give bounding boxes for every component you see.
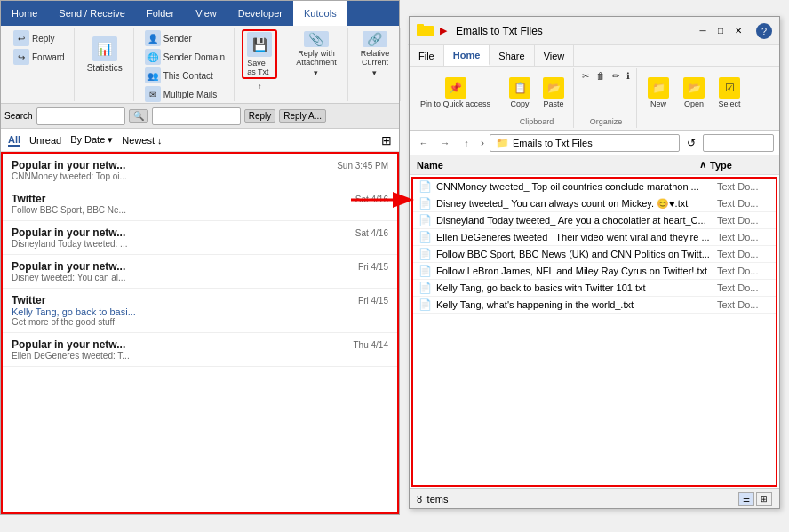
delete-button[interactable]: 🗑 — [594, 70, 608, 82]
file-doc-icon-0: 📄 — [418, 180, 433, 193]
filter-unread[interactable]: Unread — [29, 135, 61, 146]
file-type-4: Text Do... — [717, 249, 770, 259]
file-doc-icon-3: 📄 — [418, 231, 433, 243]
statistics-button[interactable]: 📊 Statistics — [82, 29, 128, 79]
move-to-button[interactable]: ✂ — [579, 70, 592, 82]
email-item-5[interactable]: Popular in your netw... Thu 4/14 Ellen D… — [3, 333, 397, 367]
email-sender-3: Popular in your netw... — [12, 260, 125, 273]
file-item-1[interactable]: 📄 Disney tweeted_ You can always count o… — [413, 195, 776, 212]
tab-kutools[interactable]: Kutools — [293, 1, 347, 26]
email-preview-2: Disneyland Today tweeted: ... — [12, 239, 388, 249]
forward-icon: ↪ — [13, 49, 29, 65]
email-date-2: Sat 4/16 — [355, 228, 388, 238]
view-large-icons-button[interactable]: ⊞ — [756, 492, 772, 506]
close-button[interactable]: ✕ — [731, 25, 745, 37]
email-preview-3: Disney tweeted: You can al... — [12, 273, 388, 282]
email-sender-5: Popular in your netw... — [12, 338, 125, 351]
up-button[interactable]: ↑ — [458, 134, 475, 152]
file-name-0: CNNMoney tweeted_ Top oil countries conc… — [436, 181, 713, 192]
save-txt-icon: 💾 — [247, 32, 272, 57]
statistics-group: 📊 Statistics — [76, 28, 134, 101]
tab-folder[interactable]: Folder — [136, 1, 185, 26]
file-item-3[interactable]: 📄 Ellen DeGeneres tweeted_ Their video w… — [413, 229, 776, 246]
file-item-2[interactable]: 📄 Disneyland Today tweeted_ Are you a ch… — [413, 212, 776, 229]
filter-expand-icon[interactable]: ⊞ — [381, 133, 392, 147]
relative-current-button[interactable]: 🔗 Relative Current ▾ — [355, 29, 395, 79]
contact-icon: 👥 — [145, 67, 161, 83]
search-mailbox-input[interactable] — [36, 107, 125, 125]
filter-by-date[interactable]: By Date ▾ — [70, 134, 113, 146]
exp-ribbon-tabs: File Home Share View — [410, 45, 779, 67]
title-folder-icon — [417, 22, 434, 40]
search-label: Search — [4, 111, 33, 121]
pin-quick-access-button[interactable]: 📌 Pin to Quick access — [417, 70, 494, 115]
file-list: 📄 CNNMoney tweeted_ Top oil countries co… — [411, 177, 777, 487]
file-item-5[interactable]: 📄 Follow LeBron James, NFL and Miley Ray… — [413, 263, 776, 280]
filter-all[interactable]: All — [8, 134, 20, 147]
col-name-header[interactable]: Name — [417, 160, 699, 171]
refresh-button[interactable]: ↺ — [683, 135, 699, 151]
email-item-3[interactable]: Popular in your netw... Fri 4/15 Disney … — [3, 255, 397, 289]
file-name-4: Follow BBC Sport, BBC News (UK) and CNN … — [436, 249, 713, 259]
forward-button[interactable]: → — [436, 134, 454, 152]
this-contact-button[interactable]: 👥 This Contact — [141, 67, 228, 84]
exp-tab-view[interactable]: View — [535, 45, 575, 66]
reply-button[interactable]: ↩ Reply — [10, 29, 68, 47]
email-item-4[interactable]: Twitter Fri 4/15 Kelly Tang, go back to … — [3, 289, 397, 333]
statistics-icon: 📊 — [92, 36, 117, 61]
email-sender-2: Popular in your netw... — [12, 226, 125, 239]
back-button[interactable]: ← — [415, 134, 433, 152]
new-open-buttons: 📁 New 📂 Open ☑ Select — [642, 70, 745, 115]
tab-view[interactable]: View — [185, 1, 227, 26]
maximize-button[interactable]: □ — [713, 25, 728, 37]
file-doc-icon-6: 📄 — [418, 282, 433, 294]
search-current-input[interactable] — [152, 107, 241, 125]
address-path[interactable]: 📁 Emails to Txt Files — [490, 134, 680, 152]
view-details-button[interactable]: ☰ — [738, 492, 754, 506]
select-button[interactable]: ☑ Select — [713, 70, 745, 115]
tab-home[interactable]: Home — [1, 1, 48, 26]
rename-button[interactable]: ✏ — [610, 70, 622, 82]
file-item-0[interactable]: 📄 CNNMoney tweeted_ Top oil countries co… — [413, 179, 776, 195]
sender-button[interactable]: 👤 Sender — [141, 29, 228, 47]
open-button[interactable]: 📂 Open — [678, 70, 710, 115]
email-item-1[interactable]: Twitter Sat 4/16 Follow BBC Sport, BBC N… — [3, 187, 397, 221]
copy-button[interactable]: 📋 Copy — [504, 70, 536, 115]
file-item-7[interactable]: 📄 Kelly Tang, what's happening in the wo… — [413, 297, 776, 314]
organize-label: Organize — [590, 117, 623, 126]
reply-attachment-button[interactable]: 📎 Reply with Attachment ▾ — [291, 29, 342, 79]
pin-icon: 📌 — [445, 77, 466, 99]
new-folder-button[interactable]: 📁 New — [642, 70, 674, 115]
email-preview-5: Ellen DeGeneres tweeted: T... — [12, 351, 388, 361]
paste-button[interactable]: 📂 Paste — [538, 70, 570, 115]
col-type-header: Type — [710, 160, 772, 171]
exp-tab-file[interactable]: File — [410, 45, 444, 66]
reply-nav-button[interactable]: Reply — [244, 109, 276, 123]
sender-domain-button[interactable]: 🌐 Sender Domain — [141, 48, 228, 66]
file-list-header: Name ∧ Type — [410, 155, 779, 175]
file-item-6[interactable]: 📄 Kelly Tang, go back to basics with Twi… — [413, 280, 776, 297]
reply-all-nav-button[interactable]: Reply A... — [279, 109, 326, 123]
exp-tab-home[interactable]: Home — [444, 45, 490, 66]
reply-attachment-group: 📎 Reply with Attachment ▾ — [285, 28, 348, 101]
email-item-0[interactable]: Popular in your netw... Sun 3:45 PM CNNM… — [3, 154, 397, 187]
organize-buttons: ✂ 🗑 ✏ ℹ — [579, 70, 633, 82]
tab-send-receive[interactable]: Send / Receive — [48, 1, 136, 26]
forward-button[interactable]: ↪ Forward — [10, 48, 68, 66]
exp-tab-share[interactable]: Share — [490, 45, 534, 66]
filter-newest[interactable]: Newest ↓ — [122, 135, 162, 146]
search-explorer-input[interactable] — [703, 134, 774, 152]
filter-bar: All Unread By Date ▾ Newest ↓ ⊞ — [1, 129, 399, 152]
email-item-2[interactable]: Popular in your netw... Sat 4/16 Disneyl… — [3, 221, 397, 255]
help-button[interactable]: ? — [756, 23, 772, 39]
minimize-button[interactable]: ─ — [696, 25, 710, 37]
search-mailbox-button[interactable]: 🔍 — [129, 109, 148, 123]
tab-developer[interactable]: Developer — [227, 1, 293, 26]
file-type-7: Text Do... — [717, 299, 770, 310]
save-as-txt-button[interactable]: 💾 Save as Txt — [242, 29, 277, 79]
address-bar: ← → ↑ › 📁 Emails to Txt Files ↺ — [410, 131, 779, 155]
exp-ribbon-bar: 📌 Pin to Quick access 📋 Copy 📂 Paste Cli… — [410, 67, 779, 131]
file-item-4[interactable]: 📄 Follow BBC Sport, BBC News (UK) and CN… — [413, 246, 776, 263]
multiple-mails-button[interactable]: ✉ Multiple Mails — [141, 85, 228, 103]
properties-button[interactable]: ℹ — [624, 70, 633, 82]
